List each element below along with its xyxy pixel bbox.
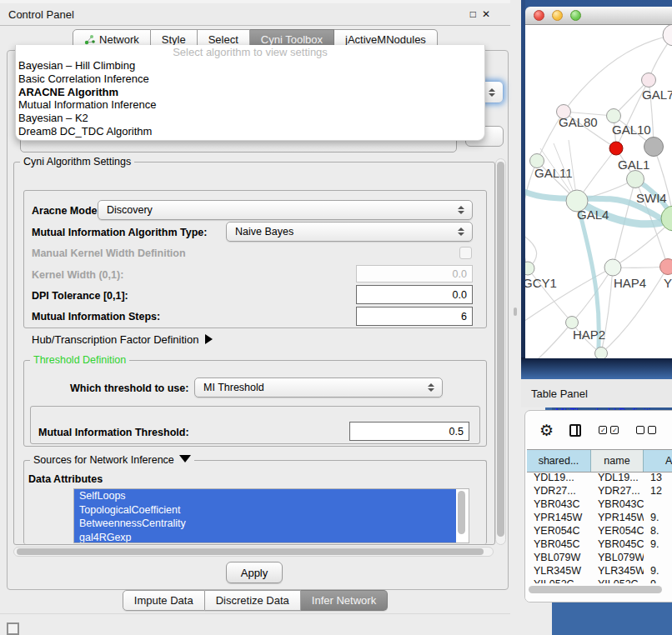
column-header-partial[interactable]: A [644,450,672,472]
column-header-name[interactable]: name [591,450,644,472]
node-label: GAL11 [534,166,573,180]
apply-label: Apply [241,567,268,579]
network-node[interactable] [642,73,656,88]
minimized-panel-icon[interactable] [7,622,19,635]
tab-label: Style [162,33,186,46]
table-row[interactable]: YBL079WYBL079W [527,551,672,564]
algorithm-item[interactable]: Bayesian – Hill Climbing [16,59,484,72]
checked-checkboxes-icon[interactable]: ✓ ✓ [599,426,619,434]
algorithm-item[interactable]: Mutual Information Inference [16,98,484,112]
node-label: Y [664,276,672,290]
network-node[interactable] [661,206,672,231]
data-attribute-item[interactable]: BetweennessCentrality [74,517,456,531]
algorithm-dropdown-popup: Select algorithm to view settings Bayesi… [15,45,485,141]
table-panel-card: ⚙ ✓ ✓ shared... name A YDL19...YDL19...1… [524,410,672,602]
node-label: SWI4 [636,191,667,205]
divider-line [0,613,510,614]
algorithm-item[interactable]: Bayesian – K2 [16,112,484,125]
scrollbar-thumb[interactable] [17,548,484,555]
table-row[interactable]: YLR345WYLR345W9. [527,564,672,578]
table-cell: 12 [644,484,672,498]
algorithm-item[interactable]: Basic Correlation Inference [16,72,484,86]
table-row[interactable]: YBR045CYBR045C9. [527,538,672,551]
gear-icon[interactable]: ⚙ [539,422,554,438]
table-cell: YER054C [591,524,644,538]
table-horizontal-scrollbar[interactable] [525,583,672,602]
network-node[interactable] [644,138,664,157]
table-row[interactable]: YBR043CYBR043C [527,498,672,511]
float-window-icon[interactable]: □ [470,8,476,20]
network-node[interactable] [663,25,672,46]
mi-algorithm-type-label: Mutual Information Algorithm Type: [32,227,207,238]
column-header-shared[interactable]: shared... [527,450,591,472]
table-cell: YBL079W [527,551,591,564]
table-cell: YDL19... [527,471,591,484]
algorithm-item-selected[interactable]: ARACNE Algorithm [16,85,484,98]
manual-kernel-width-checkbox[interactable] [459,247,472,259]
table-cell: YBR043C [591,498,644,511]
data-attributes-list[interactable]: SelfLoopsTopologicalCoefficientBetweenne… [73,488,469,543]
data-attribute-item[interactable]: SelfLoops [74,489,456,503]
node-label: GCY1 [525,276,557,290]
mi-steps-field[interactable]: 6 [356,307,473,326]
table-cell: YLR345W [527,564,591,578]
shade [521,358,672,379]
node-label: GAL7 [642,88,672,102]
scrollbar-thumb[interactable] [497,162,504,537]
network-node[interactable] [660,259,672,275]
which-threshold-combo[interactable]: MI Threshold [194,378,443,398]
spinner-arrows-icon [489,88,495,97]
data-attribute-item[interactable]: TopologicalCoefficient [74,503,456,518]
table-cell [644,498,672,511]
combo-value: Discovery [107,204,153,216]
table-row[interactable]: YPR145WYPR145W9. [527,511,672,524]
manual-kernel-width-label: Manual Kernel Width Definition [32,248,186,259]
split-columns-icon[interactable] [569,424,581,437]
list-scrollbar-thumb[interactable] [458,491,465,534]
table-cell: 8. [644,524,672,538]
aracne-mode-combo[interactable]: Discovery [98,200,473,220]
table-cell: YBR045C [591,538,644,551]
table-cell: YPR145W [527,511,591,524]
network-node[interactable] [604,259,621,276]
network-canvas[interactable]: GAL7GAL80GAL10GAL1GAL11SWI4GAL4GCY1HAP4Y… [525,25,672,358]
zoom-traffic-light[interactable] [570,10,581,21]
data-attributes-label: Data Attributes [28,473,103,485]
hub-definition-toggle[interactable]: Hub/Transcription Factor Definition [32,333,213,346]
close-icon[interactable]: ✕ [482,8,490,20]
apply-button[interactable]: Apply [226,562,283,583]
network-node[interactable] [627,171,644,188]
network-node[interactable] [609,142,623,155]
table-cell: 9. [644,511,672,524]
network-node[interactable] [525,262,534,275]
mi-algorithm-type-combo[interactable]: Naive Bayes [226,222,473,242]
table-toolbar: ⚙ ✓ ✓ [525,418,672,442]
tab-label: Select [208,33,238,46]
tab-impute-data[interactable]: Impute Data [123,590,205,611]
bottom-tab-bar: Impute Data Discretize Data Infer Networ… [0,590,510,611]
split-divider-handle[interactable] [514,308,517,316]
scrollbar-thumb[interactable] [529,586,662,593]
sources-toggle[interactable]: Sources for Network Inference [30,454,194,466]
network-icon [84,34,95,45]
network-window-titlebar[interactable] [525,7,672,25]
close-traffic-light[interactable] [534,10,544,21]
table-row[interactable]: YER054CYER054C8. [527,524,672,538]
algorithm-item[interactable]: Dream8 DC_TDC Algorithm [16,124,484,138]
tab-discretize-data[interactable]: Discretize Data [205,590,301,611]
tab-infer-network[interactable]: Infer Network [301,590,388,611]
table-row[interactable]: YDR27...YDR27...12 [527,484,672,498]
settings-vertical-scrollbar[interactable] [495,158,506,545]
node-label: HAP2 [573,328,605,342]
table-row[interactable]: YDL19...YDL19...13 [527,471,672,484]
minimize-traffic-light[interactable] [552,10,563,21]
dpi-tolerance-field[interactable]: 0.0 [356,285,473,304]
mi-threshold-field[interactable]: 0.5 [349,422,469,441]
unchecked-checkboxes-icon[interactable] [636,426,656,434]
node-label: GAL10 [612,122,651,137]
kernel-width-field[interactable]: 0.0 [356,265,473,282]
network-node[interactable] [607,109,621,123]
settings-horizontal-scrollbar[interactable] [13,547,494,557]
data-attribute-item[interactable]: gal4RGexp [74,531,456,544]
network-node[interactable] [595,348,608,359]
